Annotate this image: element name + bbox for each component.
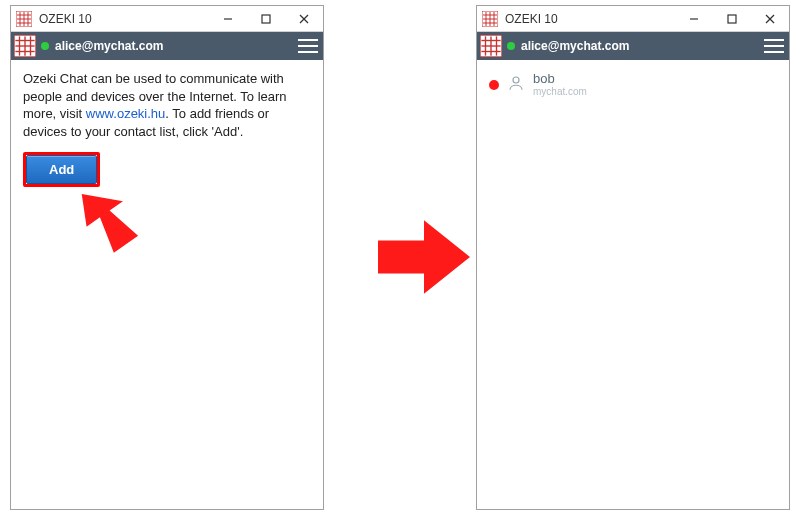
avatar-icon xyxy=(507,74,525,95)
close-button[interactable] xyxy=(285,6,323,32)
header-bar: alice@mychat.com xyxy=(11,32,323,60)
content-area: Ozeki Chat can be used to communicate wi… xyxy=(11,60,323,509)
maximize-button[interactable] xyxy=(713,6,751,32)
contact-text: bob mychat.com xyxy=(533,72,587,97)
ozeki-grid-icon xyxy=(477,32,505,60)
header-bar: alice@mychat.com xyxy=(477,32,789,60)
minimize-button[interactable] xyxy=(675,6,713,32)
maximize-button[interactable] xyxy=(247,6,285,32)
svg-marker-37 xyxy=(378,220,470,294)
intro-text: Ozeki Chat can be used to communicate wi… xyxy=(23,70,311,140)
svg-point-36 xyxy=(513,77,519,83)
intro-link[interactable]: www.ozeki.hu xyxy=(86,106,165,121)
ozeki-grid-icon xyxy=(11,32,39,60)
ozeki-window-left: OZEKI 10 alice@my xyxy=(10,5,324,510)
window-title: OZEKI 10 xyxy=(37,12,209,26)
header-user: alice@mychat.com xyxy=(521,39,759,53)
hamburger-icon xyxy=(298,39,318,53)
svg-rect-26 xyxy=(728,15,736,23)
contact-name: bob xyxy=(533,72,587,86)
status-offline-icon xyxy=(489,80,499,90)
window-title: OZEKI 10 xyxy=(503,12,675,26)
ozeki-app-icon xyxy=(11,6,37,32)
status-online-icon xyxy=(41,42,49,50)
menu-button[interactable] xyxy=(759,39,789,53)
ozeki-app-icon xyxy=(477,6,503,32)
hamburger-icon xyxy=(764,39,784,53)
contact-row[interactable]: bob mychat.com xyxy=(489,70,777,99)
add-button[interactable]: Add xyxy=(26,155,97,184)
menu-button[interactable] xyxy=(293,39,323,53)
minimize-button[interactable] xyxy=(209,6,247,32)
ozeki-window-right: OZEKI 10 alice@my xyxy=(476,5,790,510)
contact-host: mychat.com xyxy=(533,86,587,97)
svg-rect-8 xyxy=(262,15,270,23)
status-online-icon xyxy=(507,42,515,50)
titlebar: OZEKI 10 xyxy=(11,6,323,32)
header-user: alice@mychat.com xyxy=(55,39,293,53)
transition-arrow-icon xyxy=(378,218,470,296)
titlebar: OZEKI 10 xyxy=(477,6,789,32)
close-button[interactable] xyxy=(751,6,789,32)
content-area: bob mychat.com xyxy=(477,60,789,509)
add-button-highlight: Add xyxy=(23,152,100,187)
